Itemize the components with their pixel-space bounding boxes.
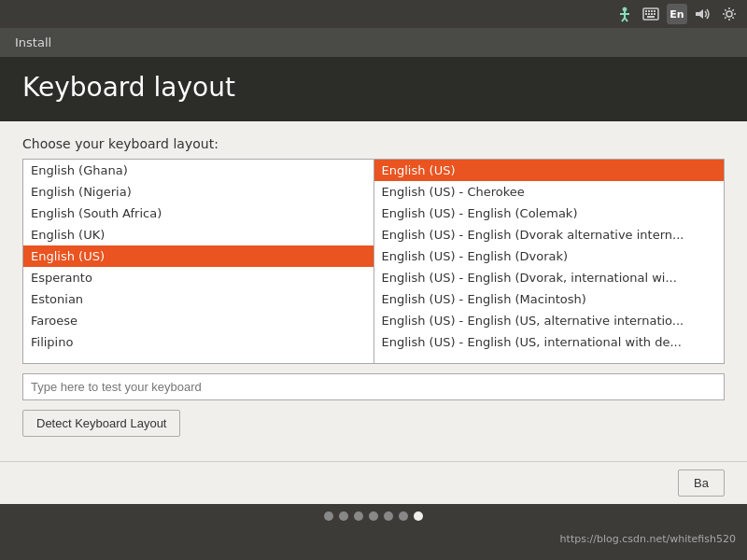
variant-list-item[interactable]: English (US) (374, 160, 725, 181)
svg-rect-12 (651, 13, 653, 15)
variant-list-item[interactable]: English (US) - English (Dvorak, internat… (374, 267, 725, 288)
settings-icon[interactable] (719, 4, 740, 24)
language-list-item[interactable]: English (US) (23, 245, 374, 267)
window-header: Install (0, 28, 747, 57)
variant-list-item[interactable]: English (US) - English (US, internationa… (374, 331, 725, 353)
nav-area: Ba (0, 461, 747, 504)
variant-list-item[interactable]: English (US) - English (Macintosh) (374, 288, 725, 310)
system-top-bar: En (0, 0, 747, 28)
language-list-container: English (Ghana)English (Nigeria)English … (22, 159, 374, 364)
svg-rect-11 (648, 13, 650, 15)
progress-dot (324, 511, 333, 521)
language-indicator[interactable]: En (667, 4, 687, 24)
progress-dots (0, 504, 747, 525)
variant-list-item[interactable]: English (US) - English (Dvorak alternati… (374, 224, 725, 245)
page-title: Keyboard layout (22, 72, 725, 103)
svg-line-4 (625, 18, 627, 21)
variant-list-container: English (US)English (US) - CherokeeEngli… (374, 159, 726, 364)
url-text: https://blog.csdn.net/whitefish520 (560, 533, 736, 545)
choose-label: Choose your keyboard layout: (22, 136, 725, 151)
progress-dot (384, 511, 393, 521)
language-list-item[interactable]: English (South Africa) (23, 203, 374, 224)
progress-dot (339, 511, 348, 521)
language-list-item[interactable]: Faroese (23, 310, 374, 331)
svg-rect-8 (651, 10, 653, 12)
installer-window: Install Keyboard layout Choose your keyb… (0, 28, 747, 504)
language-list[interactable]: English (Ghana)English (Nigeria)English … (23, 160, 374, 363)
language-list-item[interactable]: Esperanto (23, 267, 374, 288)
svg-point-16 (726, 11, 732, 17)
svg-rect-13 (654, 13, 655, 15)
accessibility-icon[interactable] (614, 4, 635, 24)
progress-dot (369, 511, 378, 521)
language-list-item[interactable]: English (Ghana) (23, 160, 374, 181)
back-button[interactable]: Ba (678, 469, 725, 497)
variant-list[interactable]: English (US)English (US) - CherokeeEngli… (374, 160, 725, 363)
keyboard-icon[interactable] (641, 4, 661, 24)
svg-rect-14 (647, 16, 655, 18)
progress-dot (414, 511, 423, 521)
language-list-item[interactable]: Estonian (23, 288, 374, 310)
keyboard-test-input[interactable] (22, 373, 725, 400)
progress-dot (399, 511, 408, 521)
variant-list-item[interactable]: English (US) - English (Dvorak) (374, 245, 725, 267)
svg-marker-15 (696, 9, 703, 19)
language-list-item[interactable]: Filipino (23, 331, 374, 353)
variant-list-item[interactable]: English (US) - Cherokee (374, 181, 725, 203)
title-area: Keyboard layout (0, 57, 747, 121)
svg-rect-7 (648, 10, 650, 12)
variant-list-item[interactable]: English (US) - English (US, alternative … (374, 310, 725, 331)
volume-icon[interactable] (693, 4, 713, 24)
bottom-bar: https://blog.csdn.net/whitefish520 (0, 525, 747, 553)
svg-rect-10 (645, 13, 647, 15)
language-list-item[interactable]: English (Nigeria) (23, 181, 374, 203)
language-list-item[interactable]: English (UK) (23, 224, 374, 245)
svg-point-0 (623, 7, 627, 11)
layout-lists: English (Ghana)English (Nigeria)English … (22, 159, 725, 364)
content-area: Choose your keyboard layout: English (Gh… (0, 121, 747, 461)
progress-dot (354, 511, 363, 521)
svg-rect-6 (645, 10, 647, 12)
detect-keyboard-button[interactable]: Detect Keyboard Layout (22, 410, 180, 437)
svg-rect-9 (654, 10, 655, 12)
window-title: Install (15, 35, 51, 49)
variant-list-item[interactable]: English (US) - English (Colemak) (374, 203, 725, 224)
